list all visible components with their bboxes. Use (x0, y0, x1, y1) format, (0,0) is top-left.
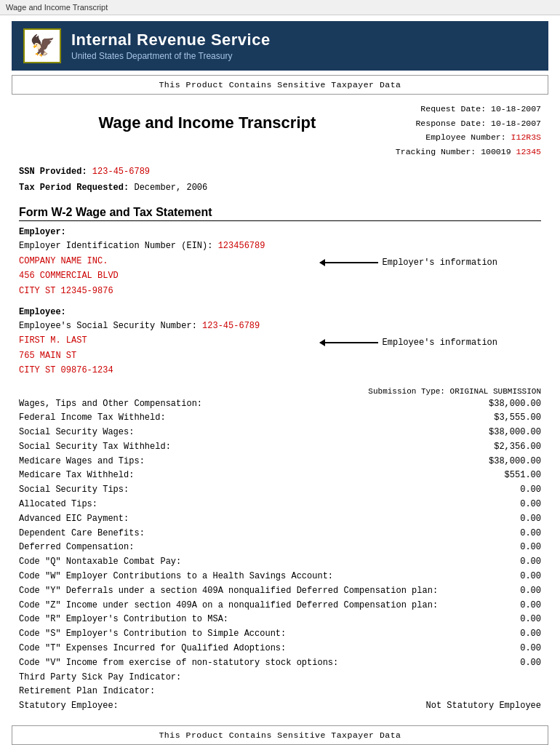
row-value: 0.00 (468, 599, 541, 613)
table-row: Code "T" Expenses Incurred for Qualified… (19, 642, 541, 656)
row-value: 0.00 (468, 541, 541, 555)
employer-ein-value-text: 123456789 (218, 241, 265, 251)
employer-ein-row: Employer Identification Number (EIN): 12… (19, 239, 337, 253)
data-rows-container: Wages, Tips and Other Compensation:$38,0… (19, 397, 541, 714)
table-row: Dependent Care Benefits:0.00 (19, 527, 541, 541)
employee-number-label: Employee Number: (425, 132, 505, 142)
row-value: 0.00 (468, 498, 541, 512)
table-row: Social Security Wages:$38,000.00 (19, 426, 541, 440)
ssn-label: SSN Provided: (19, 167, 87, 177)
table-row: Code "Q" Nontaxable Combat Pay:0.00 (19, 555, 541, 570)
employer-company-name: COMPANY NAME INC. (19, 254, 337, 268)
employee-ssn-label: Employee's Social Security Number: (19, 321, 197, 331)
irs-header-text: Internal Revenue Service United States D… (71, 31, 271, 61)
tracking-number-row: Tracking Number: 100019 12345 (396, 145, 541, 159)
row-value: 0.00 (468, 527, 541, 541)
ssn-row: SSN Provided: 123-45-6789 (19, 164, 541, 180)
tracking-prefix: 100019 (481, 147, 511, 156)
row-label: Statutory Employee: (19, 699, 426, 714)
table-row: Allocated Tips:0.00 (19, 498, 541, 512)
table-row: Code "V" Income from exercise of non-sta… (19, 656, 541, 671)
employee-label: Employee: (19, 307, 337, 317)
row-label: Code "R" Employer's Contribution to MSA: (19, 613, 468, 627)
employer-block: Employer: Employer Identification Number… (19, 227, 541, 298)
sensitive-banner-top: This Product Contains Sensitive Taxpayer… (12, 75, 548, 95)
arrow-left-icon-2 (320, 342, 378, 343)
form-title: Form W-2 Wage and Tax Statement (19, 206, 541, 221)
row-label: Wages, Tips and Other Compensation: (19, 397, 468, 412)
table-row: Advanced EIC Payment:0.00 (19, 512, 541, 527)
employee-address: 765 MAIN ST (19, 348, 337, 363)
table-row: Wages, Tips and Other Compensation:$38,0… (19, 397, 541, 412)
table-row: Code "R" Employer's Contribution to MSA:… (19, 613, 541, 627)
request-date-row: Request Date: 10-18-2007 (396, 102, 541, 116)
row-value: 0.00 (468, 584, 541, 599)
table-row: Social Security Tax Withheld:$2,356.00 (19, 440, 541, 455)
table-row: Code "S" Employer's Contribution to Simp… (19, 627, 541, 642)
table-row: Code "Y" Deferrals under a section 409A … (19, 584, 541, 599)
request-date-label: Request Date: (420, 104, 486, 113)
ssn-section: SSN Provided: 123-45-6789 Tax Period Req… (19, 164, 541, 196)
table-row: Deferred Compensation:0.00 (19, 541, 541, 555)
row-value: 0.00 (468, 627, 541, 642)
employee-city-state-zip: CITY ST 09876-1234 (19, 363, 337, 378)
row-label: Code "Y" Deferrals under a section 409A … (19, 584, 468, 599)
employee-annotation: Employee's information (320, 338, 497, 348)
response-date-value: 10-18-2007 (491, 119, 541, 128)
table-row: Code "Z" Income under section 409A on a … (19, 599, 541, 613)
employer-address: 456 COMMERCIAL BLVD (19, 268, 337, 283)
employer-annotation: Employer's information (320, 258, 497, 268)
row-label: Allocated Tips: (19, 498, 468, 512)
row-value: 0.00 (468, 483, 541, 498)
row-label: Retirement Plan Indicator: (19, 685, 468, 699)
ssn-value-text: 123-45-6789 (92, 167, 150, 177)
department-name: United States Department of the Treasury (71, 51, 271, 61)
row-value: Not Statutory Employee (426, 699, 541, 714)
irs-logo: 🦅 (23, 28, 61, 63)
row-label: Deferred Compensation: (19, 541, 468, 555)
employee-ssn-row: Employee's Social Security Number: 123-4… (19, 319, 337, 333)
employee-name: FIRST M. LAST (19, 333, 337, 348)
employer-label: Employer: (19, 227, 337, 237)
response-date-row: Response Date: 10-18-2007 (396, 116, 541, 131)
employee-ssn-value-text: 123-45-6789 (202, 321, 260, 331)
employee-number-value: I12R3S (511, 132, 541, 142)
row-value: $3,555.00 (468, 411, 541, 426)
table-row: Retirement Plan Indicator: (19, 685, 541, 699)
table-row: Medicare Wages and Tips:$38,000.00 (19, 455, 541, 469)
data-table: Submission Type: ORIGINAL SUBMISSION Wag… (19, 387, 541, 714)
tax-period-row: Tax Period Requested: December, 2006 (19, 180, 541, 196)
eagle-icon: 🦅 (30, 33, 55, 58)
table-row: Medicare Tax Withheld:$551.00 (19, 469, 541, 483)
table-row: Code "W" Employer Contributions to a Hea… (19, 570, 541, 584)
row-value: $2,356.00 (468, 440, 541, 455)
row-value: 0.00 (468, 570, 541, 584)
row-label: Code "S" Employer's Contribution to Simp… (19, 627, 468, 642)
table-row: Federal Income Tax Withheld:$3,555.00 (19, 411, 541, 426)
row-value: $551.00 (468, 469, 541, 483)
header-info: Request Date: 10-18-2007 Response Date: … (396, 102, 541, 159)
tracking-label: Tracking Number: (396, 147, 476, 156)
main-content: Request Date: 10-18-2007 Response Date: … (12, 99, 548, 714)
request-date-value: 10-18-2007 (491, 104, 541, 113)
submission-type-label: Submission Type: (368, 387, 445, 396)
arrow-left-icon (320, 262, 378, 263)
table-row: Third Party Sick Pay Indicator: (19, 671, 541, 685)
row-label: Federal Income Tax Withheld: (19, 411, 468, 426)
response-date-label: Response Date: (415, 119, 486, 128)
row-value: $38,000.00 (468, 426, 541, 440)
submission-header-row: Submission Type: ORIGINAL SUBMISSION (19, 387, 541, 396)
row-label: Social Security Tips: (19, 483, 468, 498)
row-value: $38,000.00 (468, 397, 541, 412)
row-label: Code "T" Expenses Incurred for Qualified… (19, 642, 468, 656)
row-label: Social Security Wages: (19, 426, 468, 440)
submission-type-value-text: ORIGINAL SUBMISSION (450, 387, 541, 396)
row-label: Advanced EIC Payment: (19, 512, 468, 527)
row-label: Dependent Care Benefits: (19, 527, 468, 541)
tax-period-label: Tax Period Requested: (19, 183, 129, 193)
tracking-number-value: 12345 (516, 147, 541, 156)
row-value: 0.00 (468, 613, 541, 627)
row-label: Code "Q" Nontaxable Combat Pay: (19, 555, 468, 570)
row-label: Third Party Sick Pay Indicator: (19, 671, 468, 685)
row-label: Medicare Wages and Tips: (19, 455, 468, 469)
